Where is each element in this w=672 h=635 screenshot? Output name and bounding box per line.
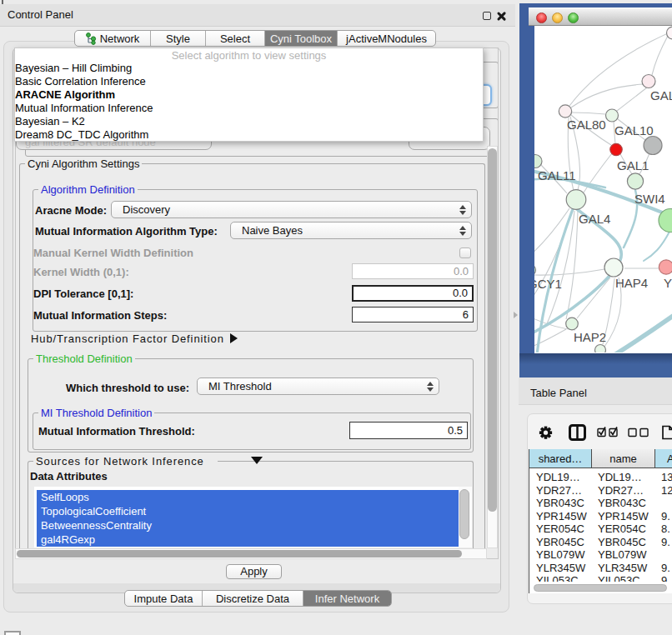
svg-text:HAP4: HAP4	[615, 276, 648, 290]
svg-text:Y: Y	[664, 276, 672, 290]
svg-text:GAL1: GAL1	[617, 158, 649, 172]
svg-text:GAL4: GAL4	[579, 212, 610, 226]
svg-text:HAP2: HAP2	[574, 330, 606, 344]
svg-text:GAL10: GAL10	[614, 123, 654, 138]
svg-text:GAL2: GAL2	[650, 88, 672, 102]
svg-text:GCY1: GCY1	[534, 277, 562, 291]
svg-text:SWI4: SWI4	[634, 192, 665, 206]
svg-text:GAL11: GAL11	[538, 168, 576, 182]
svg-text:GAL80: GAL80	[567, 118, 606, 132]
